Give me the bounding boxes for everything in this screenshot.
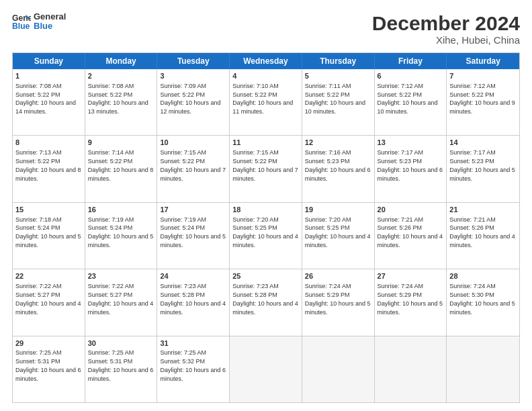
- day-number: 18: [232, 205, 299, 215]
- calendar-cell-5: 5 Sunrise: 7:11 AMSunset: 5:22 PMDayligh…: [302, 69, 375, 135]
- day-number: 1: [15, 71, 82, 81]
- day-info: Sunrise: 7:11 AMSunset: 5:22 PMDaylight:…: [305, 83, 365, 115]
- calendar-week-2: 8 Sunrise: 7:13 AMSunset: 5:22 PMDayligh…: [13, 136, 519, 202]
- day-info: Sunrise: 7:17 AMSunset: 5:23 PMDaylight:…: [449, 149, 515, 181]
- calendar-cell-4: 4 Sunrise: 7:10 AMSunset: 5:22 PMDayligh…: [230, 69, 302, 135]
- calendar-cell-8: 8 Sunrise: 7:13 AMSunset: 5:22 PMDayligh…: [13, 136, 85, 201]
- day-info: Sunrise: 7:08 AMSunset: 5:22 PMDaylight:…: [88, 83, 148, 115]
- calendar-cell-10: 10 Sunrise: 7:15 AMSunset: 5:22 PMDaylig…: [157, 136, 230, 201]
- day-number: 17: [160, 205, 226, 215]
- day-number: 28: [449, 271, 517, 281]
- day-header-tuesday: Tuesday: [157, 53, 230, 69]
- day-number: 19: [305, 205, 371, 215]
- calendar-cell-empty: [375, 336, 447, 402]
- day-info: Sunrise: 7:23 AMSunset: 5:28 PMDaylight:…: [232, 283, 298, 315]
- calendar-cell-21: 21 Sunrise: 7:21 AMSunset: 5:26 PMDaylig…: [447, 203, 519, 269]
- logo-blue: Blue: [34, 21, 66, 31]
- day-info: Sunrise: 7:22 AMSunset: 5:27 PMDaylight:…: [15, 283, 81, 315]
- day-number: 7: [449, 71, 517, 81]
- day-info: Sunrise: 7:24 AMSunset: 5:29 PMDaylight:…: [378, 283, 443, 315]
- page-title: December 2024: [372, 12, 520, 34]
- day-header-sunday: Sunday: [13, 53, 85, 69]
- calendar-cell-22: 22 Sunrise: 7:22 AMSunset: 5:27 PMDaylig…: [13, 269, 85, 335]
- calendar-cell-11: 11 Sunrise: 7:15 AMSunset: 5:22 PMDaylig…: [230, 136, 302, 201]
- calendar-cell-14: 14 Sunrise: 7:17 AMSunset: 5:23 PMDaylig…: [447, 136, 519, 201]
- day-info: Sunrise: 7:25 AMSunset: 5:31 PMDaylight:…: [15, 349, 81, 381]
- calendar-cell-empty: [447, 336, 519, 402]
- day-header-friday: Friday: [375, 53, 447, 69]
- day-number: 23: [88, 271, 154, 281]
- day-info: Sunrise: 7:20 AMSunset: 5:25 PMDaylight:…: [305, 216, 371, 248]
- day-info: Sunrise: 7:17 AMSunset: 5:23 PMDaylight:…: [378, 149, 443, 181]
- calendar-cell-29: 29 Sunrise: 7:25 AMSunset: 5:31 PMDaylig…: [13, 336, 85, 402]
- calendar-cell-24: 24 Sunrise: 7:23 AMSunset: 5:28 PMDaylig…: [157, 269, 230, 335]
- day-info: Sunrise: 7:09 AMSunset: 5:22 PMDaylight:…: [160, 83, 220, 115]
- day-number: 12: [305, 138, 371, 148]
- svg-text:Blue: Blue: [12, 21, 30, 31]
- calendar-cell-12: 12 Sunrise: 7:16 AMSunset: 5:23 PMDaylig…: [302, 136, 375, 201]
- day-info: Sunrise: 7:13 AMSunset: 5:22 PMDaylight:…: [15, 149, 81, 181]
- day-number: 30: [88, 338, 154, 349]
- logo-icon: General Blue: [12, 12, 31, 31]
- day-number: 26: [305, 271, 371, 281]
- day-info: Sunrise: 7:22 AMSunset: 5:27 PMDaylight:…: [88, 283, 154, 315]
- calendar-cell-16: 16 Sunrise: 7:19 AMSunset: 5:24 PMDaylig…: [85, 203, 158, 269]
- day-info: Sunrise: 7:08 AMSunset: 5:22 PMDaylight:…: [15, 83, 76, 115]
- day-info: Sunrise: 7:14 AMSunset: 5:22 PMDaylight:…: [88, 149, 154, 181]
- calendar-cell-26: 26 Sunrise: 7:24 AMSunset: 5:29 PMDaylig…: [302, 269, 375, 335]
- day-number: 21: [449, 205, 517, 215]
- day-info: Sunrise: 7:10 AMSunset: 5:22 PMDaylight:…: [232, 83, 293, 115]
- calendar-cell-2: 2 Sunrise: 7:08 AMSunset: 5:22 PMDayligh…: [85, 69, 158, 135]
- page-subtitle: Xihe, Hubei, China: [372, 34, 520, 46]
- calendar-week-4: 22 Sunrise: 7:22 AMSunset: 5:27 PMDaylig…: [13, 269, 519, 336]
- calendar-cell-17: 17 Sunrise: 7:19 AMSunset: 5:24 PMDaylig…: [157, 203, 230, 269]
- day-number: 11: [232, 138, 299, 148]
- calendar-cell-empty: [230, 336, 302, 402]
- day-number: 5: [305, 71, 371, 81]
- day-number: 4: [232, 71, 299, 81]
- day-header-wednesday: Wednesday: [230, 53, 302, 69]
- title-block: December 2024 Xihe, Hubei, China: [372, 12, 520, 46]
- calendar-cell-7: 7 Sunrise: 7:12 AMSunset: 5:22 PMDayligh…: [447, 69, 519, 135]
- calendar-cell-23: 23 Sunrise: 7:22 AMSunset: 5:27 PMDaylig…: [85, 269, 158, 335]
- day-info: Sunrise: 7:20 AMSunset: 5:25 PMDaylight:…: [232, 216, 298, 248]
- day-info: Sunrise: 7:24 AMSunset: 5:29 PMDaylight:…: [305, 283, 371, 315]
- calendar-week-5: 29 Sunrise: 7:25 AMSunset: 5:31 PMDaylig…: [13, 336, 519, 402]
- calendar-cell-19: 19 Sunrise: 7:20 AMSunset: 5:25 PMDaylig…: [302, 203, 375, 269]
- day-number: 20: [378, 205, 444, 215]
- day-info: Sunrise: 7:21 AMSunset: 5:26 PMDaylight:…: [449, 216, 515, 248]
- calendar-cell-13: 13 Sunrise: 7:17 AMSunset: 5:23 PMDaylig…: [375, 136, 447, 201]
- day-number: 10: [160, 138, 226, 148]
- day-number: 24: [160, 271, 226, 281]
- calendar-cell-15: 15 Sunrise: 7:18 AMSunset: 5:24 PMDaylig…: [13, 203, 85, 269]
- calendar-cell-20: 20 Sunrise: 7:21 AMSunset: 5:26 PMDaylig…: [375, 203, 447, 269]
- header: General Blue General Blue December 2024 …: [12, 12, 520, 46]
- calendar-cell-empty: [302, 336, 375, 402]
- calendar-header: Sunday Monday Tuesday Wednesday Thursday…: [13, 53, 519, 69]
- calendar-cell-30: 30 Sunrise: 7:25 AMSunset: 5:31 PMDaylig…: [85, 336, 158, 402]
- day-info: Sunrise: 7:25 AMSunset: 5:31 PMDaylight:…: [88, 349, 154, 381]
- day-number: 31: [160, 338, 226, 349]
- day-info: Sunrise: 7:12 AMSunset: 5:22 PMDaylight:…: [378, 83, 438, 115]
- calendar-body: 1 Sunrise: 7:08 AMSunset: 5:22 PMDayligh…: [13, 69, 519, 402]
- day-number: 27: [378, 271, 444, 281]
- calendar-cell-31: 31 Sunrise: 7:25 AMSunset: 5:32 PMDaylig…: [157, 336, 230, 402]
- calendar-cell-18: 18 Sunrise: 7:20 AMSunset: 5:25 PMDaylig…: [230, 203, 302, 269]
- day-info: Sunrise: 7:23 AMSunset: 5:28 PMDaylight:…: [160, 283, 226, 315]
- day-info: Sunrise: 7:15 AMSunset: 5:22 PMDaylight:…: [160, 149, 226, 181]
- page: General Blue General Blue December 2024 …: [0, 0, 532, 411]
- day-header-saturday: Saturday: [447, 53, 519, 69]
- day-info: Sunrise: 7:19 AMSunset: 5:24 PMDaylight:…: [160, 216, 226, 248]
- day-number: 13: [378, 138, 444, 148]
- day-info: Sunrise: 7:16 AMSunset: 5:23 PMDaylight:…: [305, 149, 371, 181]
- day-number: 29: [15, 338, 82, 349]
- day-info: Sunrise: 7:25 AMSunset: 5:32 PMDaylight:…: [160, 349, 226, 381]
- day-number: 25: [232, 271, 299, 281]
- calendar-cell-28: 28 Sunrise: 7:24 AMSunset: 5:30 PMDaylig…: [447, 269, 519, 335]
- calendar-cell-9: 9 Sunrise: 7:14 AMSunset: 5:22 PMDayligh…: [85, 136, 158, 201]
- calendar-cell-1: 1 Sunrise: 7:08 AMSunset: 5:22 PMDayligh…: [13, 69, 85, 135]
- day-info: Sunrise: 7:21 AMSunset: 5:26 PMDaylight:…: [378, 216, 443, 248]
- logo-general: General: [34, 12, 66, 21]
- calendar: Sunday Monday Tuesday Wednesday Thursday…: [12, 52, 520, 403]
- day-number: 16: [88, 205, 154, 215]
